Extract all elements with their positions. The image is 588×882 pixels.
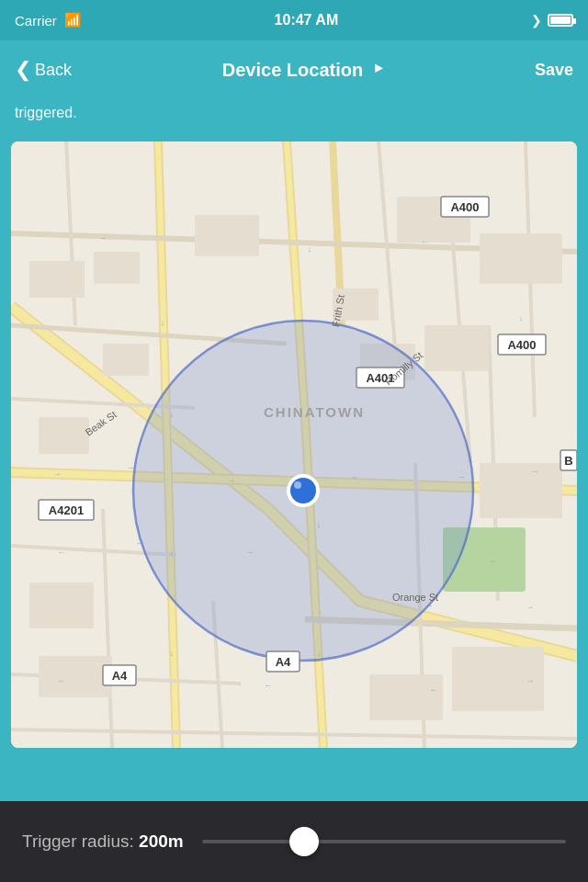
svg-text:↓: ↓ [308,244,312,254]
svg-rect-1 [29,261,85,298]
svg-text:←: ← [265,681,273,690]
svg-text:↓: ↓ [519,313,524,322]
trigger-label: Trigger radius: 200m [22,831,184,852]
location-status-icon: ❯ [531,13,542,28]
bottom-bar: Trigger radius: 200m [0,801,588,882]
map-container[interactable]: → → → → → ↓ ↓ ↓ ↓ ↓ ↓ ↓ → ← ↓ ← ← ← ← ← … [11,141,577,748]
svg-text:←: ← [58,676,66,685]
nav-bar: ❮ Back Device Location ‣ Save [0,40,588,99]
svg-rect-13 [369,674,443,720]
svg-rect-9 [103,344,149,376]
svg-text:A4: A4 [276,655,291,669]
svg-text:→: → [526,603,535,612]
page-title: Device Location [222,60,363,81]
svg-rect-8 [39,656,112,697]
status-left: Carrier 📶 [15,12,82,28]
back-chevron-icon: ❮ [15,58,31,82]
svg-text:A4201: A4201 [49,503,84,517]
wifi-icon: 📶 [64,12,82,28]
svg-rect-11 [424,325,489,371]
trigger-value: 200m [139,831,184,851]
svg-text:→: → [526,676,535,685]
carrier-label: Carrier [15,13,57,28]
status-right: ❯ [531,13,573,28]
subtitle-band: triggered. [0,99,588,130]
status-bar: Carrier 📶 10:47 AM ❯ [0,0,588,40]
svg-text:↓: ↓ [161,318,165,327]
slider-track [202,840,566,843]
svg-text:←: ← [421,237,429,246]
trigger-radius-slider[interactable] [202,839,566,844]
save-button[interactable]: Save [535,61,573,80]
status-time: 10:47 AM [275,12,339,28]
nav-actions: Save [535,61,573,80]
svg-text:←: ← [430,685,438,695]
slider-thumb[interactable] [289,827,319,856]
svg-text:A4: A4 [112,669,128,683]
nav-location-icon[interactable]: ‣ [372,58,384,82]
back-label: Back [35,61,72,80]
map-svg: → → → → → ↓ ↓ ↓ ↓ ↓ ↓ ↓ → ← ↓ ← ← ← ← ← … [11,141,577,748]
svg-text:Orange St: Orange St [392,592,438,603]
battery-icon [548,14,573,27]
nav-title: Device Location ‣ [222,58,384,82]
svg-rect-7 [29,582,94,628]
back-button[interactable]: ❮ Back [15,58,72,82]
svg-rect-12 [480,463,562,518]
svg-rect-3 [195,215,259,256]
svg-text:→: → [99,233,107,243]
svg-text:A400: A400 [507,338,536,352]
svg-rect-5 [480,233,562,284]
svg-point-50 [294,481,301,489]
svg-point-49 [290,478,316,503]
svg-text:↓: ↓ [170,649,175,658]
svg-text:→: → [531,467,539,476]
svg-text:←: ← [58,548,66,557]
svg-text:CHINATOWN: CHINATOWN [264,404,365,420]
svg-rect-2 [94,252,140,284]
svg-text:A400: A400 [450,200,479,214]
svg-text:←: ← [490,557,498,566]
svg-rect-6 [39,417,89,454]
svg-text:B: B [564,454,572,468]
svg-text:→: → [53,469,62,479]
subtitle-text: triggered. [15,105,77,120]
